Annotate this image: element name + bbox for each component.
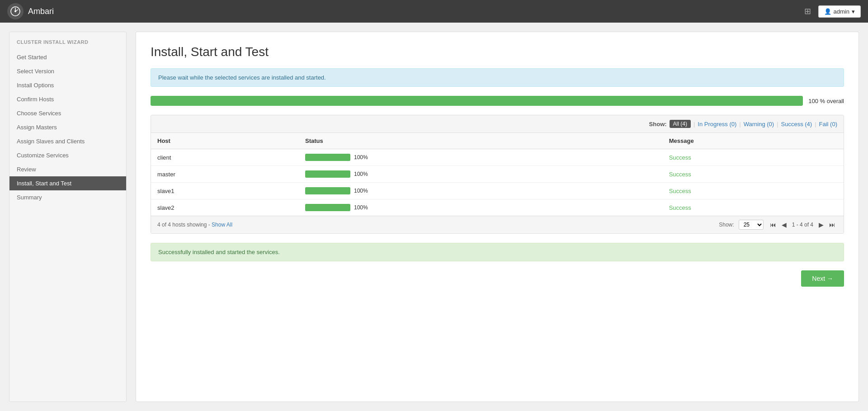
next-button[interactable]: Next → [801,270,844,287]
sidebar-item-summary[interactable]: Summary [9,190,126,204]
topnav-left: Ambari [7,3,54,19]
filter-in-progress[interactable]: In Progress (0) [698,121,736,128]
overall-progress-row: 100 % overall [151,96,844,106]
dropdown-icon: ▾ [852,8,855,15]
app-logo [7,3,24,19]
status-pct: 100% [354,154,368,161]
table-row: client 100% Success [151,149,844,166]
message-text: Success [669,154,691,161]
page-info: 1 - 4 of 4 [792,222,813,228]
mini-progress-fill [305,170,350,178]
main-layout: Cluster Install Wizard Get Started Selec… [0,23,868,411]
pagination-controls: ⏮ ◀ 1 - 4 of 4 ▶ ⏭ [768,220,837,229]
mini-progress-bar [305,204,350,211]
sidebar-item-get-started[interactable]: Get Started [9,50,126,64]
message-cell: Success [663,166,844,183]
action-bar: Next → [151,270,844,287]
page-last-btn[interactable]: ⏭ [827,220,837,229]
sidebar-item-review[interactable]: Review [9,162,126,176]
table-row: slave2 100% Success [151,199,844,216]
footer-right: Show: 25 50 100 ⏮ ◀ 1 - 4 of 4 ▶ ⏭ [719,220,837,230]
overall-progress-bar [151,96,803,106]
sidebar: Cluster Install Wizard Get Started Selec… [9,32,127,402]
filter-show-label: Show: [649,121,667,128]
host-cell: master [151,166,299,183]
mini-progress-fill [305,204,350,211]
message-cell: Success [663,183,844,199]
filter-warning[interactable]: Warning (0) [744,121,774,128]
status-cell: 100% [299,149,663,166]
message-text: Success [669,171,691,178]
filter-row: Show: All (4) | In Progress (0) | Warnin… [151,115,844,133]
sidebar-header: Cluster Install Wizard [9,39,126,50]
col-status: Status [299,133,663,149]
mini-progress-fill [305,154,350,161]
topnav: Ambari ⊞ 👤 admin ▾ [0,0,868,23]
sidebar-item-install-start-test[interactable]: Install, Start and Test [9,176,126,190]
topnav-right: ⊞ 👤 admin ▾ [804,5,861,18]
showing-text: 4 of 4 hosts showing [157,222,207,228]
sidebar-item-assign-slaves[interactable]: Assign Slaves and Clients [9,134,126,148]
sidebar-item-customize-services[interactable]: Customize Services [9,148,126,162]
filter-all[interactable]: All (4) [670,120,691,128]
overall-progress-label: 100 % overall [808,98,844,104]
message-text: Success [669,188,691,194]
status-cell: 100% [299,199,663,216]
col-message: Message [663,133,844,149]
sidebar-item-confirm-hosts[interactable]: Confirm Hosts [9,92,126,106]
status-pct: 100% [354,188,368,194]
col-host: Host [151,133,299,149]
content-panel: Install, Start and Test Please wait whil… [136,32,859,402]
mini-progress-fill [305,187,350,194]
page-first-btn[interactable]: ⏮ [768,220,778,229]
message-text: Success [669,204,691,211]
footer-left: 4 of 4 hosts showing - Show All [157,222,232,228]
message-cell: Success [663,199,844,216]
mini-progress-bar [305,154,350,161]
hosts-table-container: Show: All (4) | In Progress (0) | Warnin… [151,115,844,234]
message-cell: Success [663,149,844,166]
table-footer: 4 of 4 hosts showing - Show All Show: 25… [151,216,844,233]
host-cell: client [151,149,299,166]
hosts-table: Host Status Message client 100% [151,133,844,216]
table-row: slave1 100% Success [151,183,844,199]
grid-icon[interactable]: ⊞ [804,6,811,16]
filter-fail[interactable]: Fail (0) [819,121,837,128]
sidebar-item-select-version[interactable]: Select Version [9,64,126,78]
filter-success[interactable]: Success (4) [781,121,812,128]
status-cell: 100% [299,183,663,199]
sidebar-item-install-options[interactable]: Install Options [9,78,126,92]
overall-progress-fill [151,96,803,106]
show-all-link[interactable]: Show All [212,222,232,228]
footer-show-label: Show: [719,222,734,228]
mini-progress-bar [305,170,350,178]
status-pct: 100% [354,204,368,211]
page-title: Install, Start and Test [151,45,844,59]
admin-button[interactable]: 👤 admin ▾ [818,5,861,18]
page-prev-btn[interactable]: ◀ [780,220,788,229]
table-header-row: Host Status Message [151,133,844,149]
status-pct: 100% [354,171,368,177]
svg-point-1 [14,10,16,12]
info-banner: Please wait while the selected services … [151,68,844,87]
host-cell: slave2 [151,199,299,216]
host-cell: slave1 [151,183,299,199]
user-icon: 👤 [824,8,831,15]
brand-name: Ambari [28,7,54,16]
mini-progress-bar [305,187,350,194]
sidebar-item-assign-masters[interactable]: Assign Masters [9,120,126,134]
success-banner: Successfully installed and started the s… [151,243,844,261]
sidebar-item-choose-services[interactable]: Choose Services [9,106,126,120]
status-cell: 100% [299,166,663,183]
page-next-btn[interactable]: ▶ [817,220,826,229]
table-row: master 100% Success [151,166,844,183]
show-count-select[interactable]: 25 50 100 [739,220,764,230]
